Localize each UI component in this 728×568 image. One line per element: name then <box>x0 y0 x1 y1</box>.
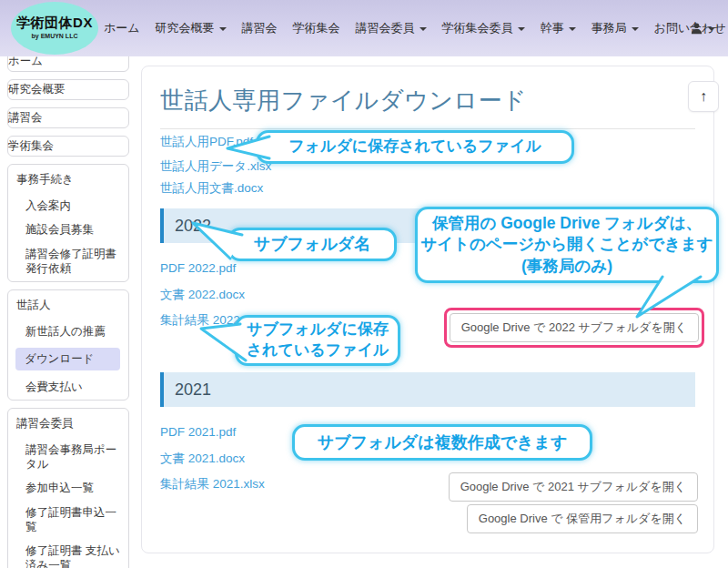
top-navbar: 学術団体DX by EMUYN LLC ホーム 研究会概要 講習会 学術集会 講… <box>0 0 728 56</box>
person-icon <box>690 22 703 36</box>
chevron-down-icon <box>219 27 227 31</box>
arrow-up-icon: ↑ <box>700 88 707 105</box>
chevron-down-icon <box>518 27 525 31</box>
brand-logo[interactable]: 学術団体DX by EMUYN LLC <box>11 2 98 55</box>
file-link-organizer-docx[interactable]: 世話人用文書.docx <box>160 180 263 197</box>
button-row-2021: Google Drive で 2021 サブフォルダを開く <box>449 472 698 502</box>
nav-item-meeting-committee[interactable]: 学術集会委員 <box>442 20 525 36</box>
sidebar-group-organizer: 世話人 新世話人の推薦 ダウンロード 会費支払い <box>7 289 129 401</box>
open-drive-2021-button[interactable]: Google Drive で 2021 サブフォルダを開く <box>449 472 698 502</box>
sidebar-item-fee-payment[interactable]: 会費支払い <box>16 380 120 394</box>
page-title: 世話人専用ファイルダウンロード <box>160 85 527 117</box>
sidebar-item-recommend-organizer[interactable]: 新世話人の推薦 <box>16 324 120 339</box>
file-link-organizer-xlsx[interactable]: 世話人用データ.xlsx <box>160 158 271 175</box>
sidebar-item-admission[interactable]: 入会案内 <box>16 198 120 213</box>
highlight-frame-2022-button: Google Drive で 2022 サブフォルダを開く <box>444 308 704 348</box>
sidebar-group-procedures: 事務手続き 入会案内 施設会員募集 講習会修了証明書発行依頼 <box>7 164 129 282</box>
chevron-down-icon <box>569 27 576 31</box>
nav-item-overview[interactable]: 研究会概要 <box>156 20 227 36</box>
sidebar-group-title: 事務手続き <box>16 170 120 189</box>
nav-item-meeting[interactable]: 学術集会 <box>293 20 340 36</box>
sidebar-group-title: 講習会委員 <box>16 414 120 433</box>
brand-subtitle: by EMUYN LLC <box>11 33 98 39</box>
nav-item-home[interactable]: ホーム <box>104 20 140 36</box>
chevron-down-icon <box>708 27 715 31</box>
sidebar-item-certificate-paid-list[interactable]: 修了証明書 支払い済み一覧 <box>16 543 120 568</box>
button-row-archive: Google Drive で 保管用フォルダを開く <box>467 504 698 533</box>
file-link-2022-docx[interactable]: 文書 2022.docx <box>160 287 245 303</box>
annotation-bubble-multiple-subfolders: サブフォルダは複数作成できます <box>292 424 592 461</box>
scroll-to-top-button[interactable]: ↑ <box>688 81 719 112</box>
nav-item-secretary[interactable]: 幹事 <box>541 20 576 36</box>
divider <box>160 128 695 129</box>
sidebar-item-overview[interactable]: 研究会概要 <box>7 79 129 100</box>
sidebar-group-title: 世話人 <box>16 296 120 315</box>
sidebar-item-application-list[interactable]: 参加申込一覧 <box>16 481 120 495</box>
sidebar-item-office-portal[interactable]: 講習会事務局ポータル <box>16 442 120 472</box>
nav-item-course-committee[interactable]: 講習会委員 <box>356 20 427 36</box>
sidebar-item-meeting[interactable]: 学術集会 <box>7 136 129 157</box>
nav-item-course[interactable]: 講習会 <box>242 20 278 36</box>
annotation-bubble-subfolder-name: サブフォルダ名 <box>228 228 397 261</box>
sidebar-item-facility-members[interactable]: 施設会員募集 <box>16 222 120 237</box>
open-drive-2022-button[interactable]: Google Drive で 2022 サブフォルダを開く <box>450 313 699 342</box>
sidebar-item-certificate-request[interactable]: 講習会修了証明書発行依頼 <box>16 247 120 277</box>
sidebar-item-certificate-application-list[interactable]: 修了証明書申込一覧 <box>16 505 120 535</box>
account-menu[interactable] <box>690 0 715 56</box>
sidebar-item-course[interactable]: 講習会 <box>7 107 129 128</box>
brand-title: 学術団体DX <box>11 15 98 32</box>
nav-item-office[interactable]: 事務局 <box>592 20 639 36</box>
file-link-2021-pdf[interactable]: PDF 2021.pdf <box>160 425 236 439</box>
file-link-2022-pdf[interactable]: PDF 2022.pdf <box>160 261 236 275</box>
section-header-2021: 2021 <box>160 372 695 407</box>
annotation-bubble-drive-folder-info: 保管用の Google Drive フォルダは、 サイトのページから開くことがで… <box>415 207 719 283</box>
chevron-down-icon <box>420 27 427 31</box>
sidebar: ホーム 研究会概要 講習会 学術集会 事務手続き 入会案内 施設会員募集 講習会… <box>7 51 129 568</box>
file-link-organizer-pdf[interactable]: 世話人用PDF.pdf <box>160 134 253 150</box>
file-link-2021-docx[interactable]: 文書 2021.docx <box>160 451 245 467</box>
file-link-2021-xlsx[interactable]: 集計結果 2021.xlsx <box>160 476 265 492</box>
sidebar-group-course-committee: 講習会委員 講習会事務局ポータル 参加申込一覧 修了証明書申込一覧 修了証明書 … <box>7 408 129 568</box>
sidebar-item-download-active[interactable]: ダウンロード <box>15 348 120 370</box>
nav-menu: ホーム 研究会概要 講習会 学術集会 講習会委員 学術集会委員 幹事 事務局 お… <box>104 0 728 56</box>
annotation-bubble-folder-files: フォルダに保存されているファイル <box>256 130 574 164</box>
open-drive-archive-button[interactable]: Google Drive で 保管用フォルダを開く <box>467 504 698 533</box>
chevron-down-icon <box>632 27 639 31</box>
annotation-bubble-subfolder-files: サブフォルダに保存 されているファイル <box>235 315 400 366</box>
